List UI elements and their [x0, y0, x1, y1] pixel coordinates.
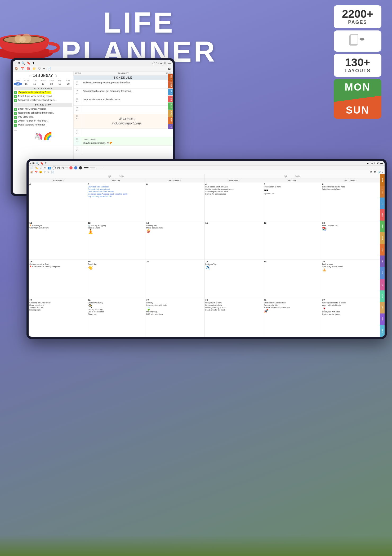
- stroke-thin[interactable]: [97, 168, 102, 168]
- tab2-feb[interactable]: FEB: [380, 209, 385, 221]
- tab2-may[interactable]: MAY: [380, 244, 385, 255]
- home-icon[interactable]: 🏠: [15, 67, 19, 70]
- bubble-icon-2[interactable]: 💬: [52, 167, 56, 169]
- day-20[interactable]: 20: [64, 82, 72, 86]
- tab-mar[interactable]: MAR: [168, 102, 173, 110]
- notes-icon[interactable]: 📄: [47, 67, 51, 70]
- expand-icon-2[interactable]: ‹: [382, 171, 383, 173]
- tab2-mar[interactable]: MAR: [380, 221, 385, 232]
- tab-feb[interactable]: FEB: [168, 96, 173, 102]
- prev-day-arrow[interactable]: ‹: [29, 74, 30, 78]
- tab2-jan[interactable]: JAN: [380, 198, 385, 209]
- event-01: Lunch break(maybe a quick walk). ☕🥐: [81, 137, 173, 145]
- pencil-icon-2[interactable]: ✏: [44, 167, 46, 169]
- search-icon-2[interactable]: 🔍: [36, 162, 39, 165]
- cal-icon-2[interactable]: 📅: [35, 171, 38, 173]
- redo-icon[interactable]: ↪: [156, 61, 159, 65]
- tab2-jun[interactable]: JUN: [380, 255, 385, 267]
- heart-icon[interactable]: ♡: [38, 67, 41, 70]
- tab2-aug[interactable]: AUG: [380, 279, 385, 290]
- top3-header: TOP 3 TASKS: [14, 87, 72, 90]
- redo-icon-2[interactable]: ↪: [371, 162, 373, 165]
- add-icon-2[interactable]: +: [374, 162, 376, 165]
- tab-2025[interactable]: 2025: [168, 81, 173, 89]
- grid-icon[interactable]: ⊞: [17, 61, 20, 65]
- day-15[interactable]: 15: [22, 82, 30, 86]
- share-icon[interactable]: ⬆: [32, 61, 34, 65]
- marker-icon-2[interactable]: 🖊: [40, 167, 42, 169]
- todo-check-empty-1[interactable]: [14, 128, 17, 131]
- tab2-apr[interactable]: APR: [380, 232, 385, 244]
- tab2-oct[interactable]: OCT: [380, 302, 385, 313]
- day-18[interactable]: 18: [47, 82, 56, 86]
- doc-icon-2[interactable]: 📄: [30, 167, 33, 169]
- tab2-sep[interactable]: SEP: [380, 290, 385, 302]
- tab-apr[interactable]: APR: [168, 110, 173, 117]
- layout-icon[interactable]: ⊡: [168, 67, 171, 70]
- tab-may[interactable]: MAY: [168, 117, 173, 124]
- link-icon-2[interactable]: 🔗: [378, 171, 381, 173]
- todo-3: ✓ Pay utility bills.: [14, 115, 72, 119]
- task-check-3[interactable]: ✓: [14, 99, 17, 102]
- undo-icon-2[interactable]: ↩: [367, 162, 369, 165]
- color-blue[interactable]: [74, 166, 77, 169]
- tab2-dec[interactable]: DEC: [380, 325, 385, 337]
- folder-icon[interactable]: 📁: [32, 67, 36, 70]
- day-17[interactable]: 17: [39, 82, 47, 86]
- stroke-thick[interactable]: [84, 167, 88, 168]
- todo-check-5[interactable]: ✓: [14, 124, 17, 127]
- bookmark-icon-2[interactable]: 🔖: [40, 162, 43, 165]
- todo-check-1[interactable]: ✓: [14, 108, 17, 111]
- day-16[interactable]: 16: [30, 82, 39, 86]
- more-icon-2[interactable]: •••: [380, 162, 383, 165]
- tab-jun[interactable]: JU: [168, 124, 173, 129]
- stroke-medium[interactable]: [90, 168, 95, 168]
- image-icon-2[interactable]: 🖼: [57, 167, 60, 169]
- day-14[interactable]: 14: [14, 82, 22, 86]
- grid-2-icon[interactable]: ⊞: [370, 171, 372, 173]
- next-day-arrow[interactable]: ›: [56, 74, 57, 78]
- todo-check-4[interactable]: ✓: [14, 120, 17, 123]
- share-icon-2[interactable]: ⬆: [45, 162, 47, 165]
- more-icon[interactable]: •••: [167, 62, 171, 65]
- day-19[interactable]: 19: [56, 82, 64, 86]
- tab2-2024[interactable]: 2024: [380, 174, 385, 186]
- undo-icon[interactable]: ↩: [152, 61, 155, 65]
- pen-icon-2[interactable]: ✏️: [35, 167, 38, 169]
- people-icon-2[interactable]: 👥: [48, 167, 51, 169]
- back-icon[interactable]: ‹: [15, 62, 16, 65]
- close-icon[interactable]: ✕: [163, 61, 166, 65]
- color-black[interactable]: [79, 166, 82, 169]
- home-icon-2[interactable]: 🏠: [30, 171, 33, 173]
- heart-icon-2[interactable]: ♡: [44, 171, 46, 173]
- tab-jan[interactable]: JAN: [168, 89, 173, 95]
- add-icon[interactable]: +: [160, 62, 162, 65]
- pencil-icon[interactable]: ✏: [43, 67, 45, 70]
- task-check-1[interactable]: ✓: [14, 91, 17, 94]
- search-icon[interactable]: 🔍: [21, 61, 25, 65]
- tab2-nov[interactable]: NOV: [380, 313, 385, 325]
- pen-icon-nav-2[interactable]: ✏: [47, 171, 50, 173]
- monthly-calendar-area: Q1 2024 THURSDAY 4 11 🍕 Pizza Nig: [29, 174, 385, 337]
- tab2-jul[interactable]: JUL: [380, 267, 385, 279]
- notes-icon-2[interactable]: 📄: [51, 171, 54, 173]
- calendar-icon[interactable]: 📅: [21, 67, 24, 70]
- back-icon-2[interactable]: ‹: [30, 162, 31, 165]
- crop-icon-2[interactable]: ⊡: [61, 167, 64, 169]
- grid-3-icon[interactable]: ⊟: [374, 171, 376, 173]
- emoji-icon-2[interactable]: 😊: [39, 171, 42, 173]
- bookmark-icon[interactable]: 🔖: [27, 61, 30, 65]
- sat2-day-20: 20: [322, 260, 379, 263]
- thu-day-11: 11: [29, 222, 86, 224]
- grid-icon-2[interactable]: ⊞: [32, 162, 34, 165]
- target-icon[interactable]: 🎯: [26, 67, 30, 70]
- todo-check-2[interactable]: ✓: [14, 112, 17, 115]
- tab2-2025[interactable]: 2025: [380, 186, 385, 198]
- color-red[interactable]: [69, 166, 73, 169]
- fri-event-elec: Pay electricity bill before 15th: [88, 195, 145, 198]
- lasso-icon-2[interactable]: 〰: [65, 167, 68, 169]
- todo-check-3[interactable]: ✓: [14, 116, 17, 119]
- task-check-2[interactable]: ✓: [14, 95, 17, 98]
- close-icon-2[interactable]: ✕: [377, 162, 379, 165]
- tab-2024[interactable]: 2024: [168, 74, 173, 81]
